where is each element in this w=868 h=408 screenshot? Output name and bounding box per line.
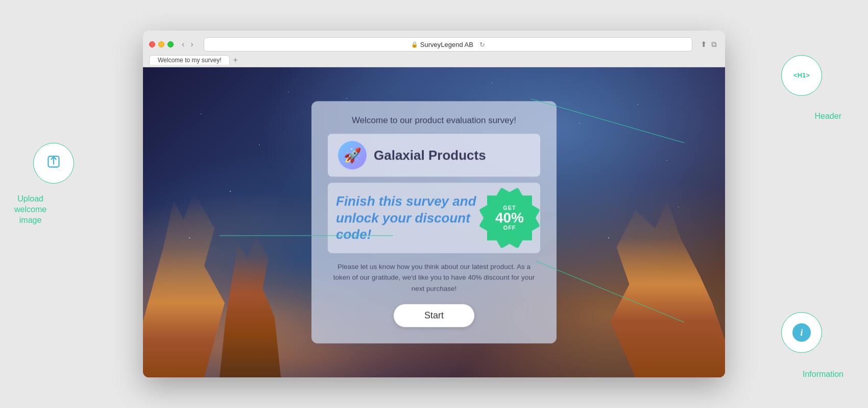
maximize-button[interactable] [167,41,174,47]
start-button[interactable]: Start [394,304,474,327]
info-circle[interactable]: i [781,312,822,353]
share-button[interactable]: ⬆ [701,40,707,49]
upload-label: Upload welcome image [14,194,46,225]
address-bar[interactable]: 🔒 SurveyLegend AB ↻ [204,37,692,52]
pillar-mid [220,228,281,377]
nav-buttons: ‹ › [180,40,196,49]
browser-tab[interactable]: Welcome to my survey! [149,55,230,65]
reload-icon: ↻ [479,41,485,48]
information-label: Information [803,369,843,380]
url-text: SurveyLegend AB [420,41,473,48]
company-logo: 🚀 [338,141,367,169]
browser-container: ‹ › 🔒 SurveyLegend AB ↻ ⬆ ⧉ Welcome to m… [143,31,725,377]
h1-label: <H1> [793,71,810,80]
info-icon: i [792,323,811,342]
outer-wrapper: Upload welcome image ‹ › 🔒 [0,0,868,408]
badge-percent: 40% [495,211,524,225]
back-button[interactable]: ‹ [180,40,186,49]
new-tab-button[interactable]: + [233,56,237,65]
survey-card: Welcome to our product evaluation survey… [311,101,557,343]
survey-header-box: 🚀 Galaxial Products [328,134,540,176]
discount-badge: GET 40% OFF [487,195,532,240]
pillar-right [597,191,725,377]
browser-tab-bar: Welcome to my survey! + [143,53,725,67]
traffic-lights [149,41,174,47]
promo-section: Finish this survey and unlock your disco… [328,183,540,253]
upload-circle[interactable] [33,143,74,184]
browser-content: Welcome to our product evaluation survey… [143,67,725,377]
badge-content: GET 40% OFF [495,205,524,231]
rocket-icon: 🚀 [344,147,361,164]
company-name: Galaxial Products [374,147,486,163]
duplicate-button[interactable]: ⧉ [711,40,717,49]
lock-icon: 🔒 [411,41,418,48]
browser-actions: ⬆ ⧉ [701,40,717,49]
survey-title: Welcome to our product evaluation survey… [328,115,540,125]
forward-button[interactable]: › [188,40,195,49]
upload-icon [46,155,61,172]
browser-titlebar: ‹ › 🔒 SurveyLegend AB ↻ ⬆ ⧉ [143,31,725,53]
browser-chrome: ‹ › 🔒 SurveyLegend AB ↻ ⬆ ⧉ Welcome to m… [143,31,725,67]
browser-window: ‹ › 🔒 SurveyLegend AB ↻ ⬆ ⧉ Welcome to m… [143,31,725,377]
close-button[interactable] [149,41,155,47]
survey-description: Please let us know how you think about o… [328,261,540,294]
h1-circle[interactable]: <H1> [781,55,822,96]
badge-off: OFF [495,225,524,231]
promo-text: Finish this survey and unlock your disco… [336,193,482,243]
minimize-button[interactable] [158,41,164,47]
header-label: Header [815,111,841,122]
